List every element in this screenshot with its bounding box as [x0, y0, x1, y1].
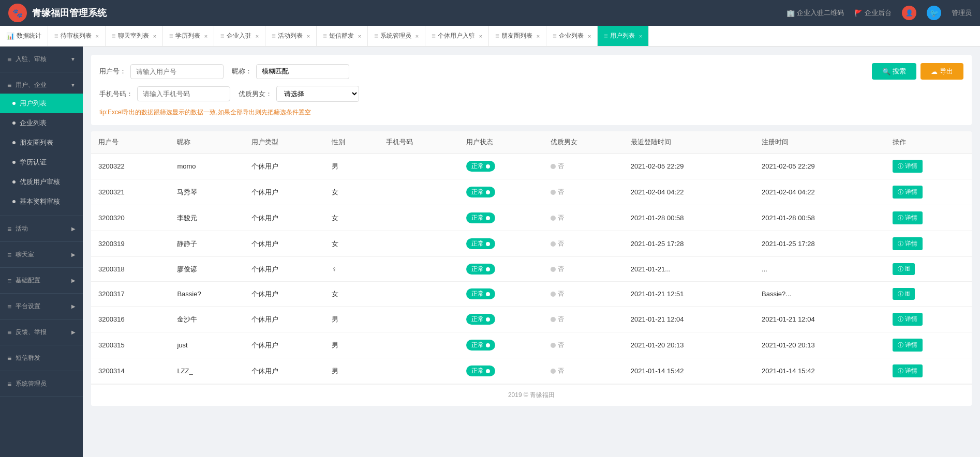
cell-user-id: 3200320: [91, 205, 170, 231]
action-button[interactable]: ⓘ 详情: [893, 313, 923, 326]
tab-enterprise-list[interactable]: ≡ 企业列表 ×: [546, 26, 598, 47]
form-item-phone: 手机号码：: [99, 86, 230, 101]
sidebar-group-chat[interactable]: ≡ 聊天室 ▶: [0, 246, 83, 263]
cell-gender: ♀: [324, 257, 379, 282]
sidebar-group-sysadmin[interactable]: ≡ 系统管理员: [0, 375, 83, 392]
tab-close-ent-entry[interactable]: ×: [256, 33, 259, 39]
export-button[interactable]: ☁ 导出: [920, 63, 963, 80]
quality-toggle[interactable]: 否: [551, 265, 564, 273]
status-badge[interactable]: 正常: [466, 212, 495, 223]
manager-label: 管理员: [952, 8, 972, 18]
status-dot: [486, 343, 490, 347]
tab-icon-sms: ≡: [323, 32, 327, 40]
tab-close-chat[interactable]: ×: [153, 33, 156, 39]
tab-close-pending[interactable]: ×: [96, 33, 99, 39]
tab-close-user-list[interactable]: ×: [639, 33, 642, 39]
sidebar-group-activity[interactable]: ≡ 活动 ▶: [0, 220, 83, 237]
tab-icon-sys: ≡: [374, 32, 378, 40]
sidebar-item-enterprise-list[interactable]: 企业列表: [0, 113, 83, 133]
header-actions: 🏢 企业入驻二维码 🚩 企业后台 👤 🐦 管理员: [786, 6, 972, 20]
phone-input[interactable]: [137, 86, 230, 101]
nickname-input[interactable]: [256, 64, 349, 79]
sidebar-group-basic-config[interactable]: ≡ 基础配置 ▶: [0, 272, 83, 289]
table-row: 3200319 静静子 个休用户 女 正常 否 2021-01-25 17:28…: [91, 231, 972, 257]
quality-toggle[interactable]: 否: [551, 162, 564, 171]
enterprise-qr-link[interactable]: 🏢 企业入驻二维码: [786, 8, 844, 18]
cell-user-id: 3200315: [91, 332, 170, 358]
status-badge[interactable]: 正常: [466, 264, 495, 275]
status-badge[interactable]: 正常: [466, 161, 495, 172]
cell-phone: [379, 154, 459, 179]
tab-education[interactable]: ≡ 学历列表 ×: [163, 26, 214, 47]
cell-user-id: 3200317: [91, 282, 170, 307]
cell-nickname: 李骏元: [170, 205, 244, 231]
quality-toggle[interactable]: 否: [551, 290, 564, 298]
status-badge[interactable]: 正常: [466, 365, 495, 376]
sidebar-group-user[interactable]: ≡ 用户、企业 ▼: [0, 77, 83, 94]
tab-activity[interactable]: ≡ 活动列表 ×: [265, 26, 317, 47]
tab-close-ent-list[interactable]: ×: [588, 33, 591, 39]
tab-close-sys[interactable]: ×: [415, 33, 419, 39]
quality-toggle[interactable]: 否: [551, 188, 564, 196]
action-button[interactable]: ⓘ 详情: [893, 186, 923, 199]
sidebar-item-quality-review[interactable]: 优质用户审核: [0, 172, 83, 192]
quality-toggle[interactable]: 否: [551, 315, 564, 324]
status-dot: [486, 317, 490, 322]
status-badge[interactable]: 正常: [466, 340, 495, 351]
quality-toggle[interactable]: 否: [551, 214, 564, 222]
user-no-input[interactable]: [130, 64, 224, 79]
cell-nickname: Bassie?: [170, 282, 244, 307]
tab-close-activity[interactable]: ×: [307, 33, 310, 39]
action-button[interactable]: ⓘ 详情: [893, 364, 923, 377]
action-button[interactable]: ⓘ 详情: [893, 211, 923, 224]
tab-user-list[interactable]: ≡ 用户列表 ×: [598, 26, 649, 47]
quality-toggle[interactable]: 否: [551, 239, 564, 248]
tab-data-stats[interactable]: 📊 数据统计: [0, 26, 48, 47]
action-button[interactable]: ⓘ iti: [893, 288, 915, 300]
enterprise-backend-link[interactable]: 🚩 企业后台: [854, 8, 892, 18]
sidebar-group-feedback[interactable]: ≡ 反馈、举报 ▶: [0, 324, 83, 341]
quality-select[interactable]: 请选择 是 否: [276, 86, 359, 102]
toggle-circle: [551, 216, 556, 221]
table-row: 3200320 李骏元 个休用户 女 正常 否 2021-01-28 00:58…: [91, 205, 972, 231]
status-badge[interactable]: 正常: [466, 187, 495, 197]
status-badge[interactable]: 正常: [466, 288, 495, 299]
action-button[interactable]: ⓘ 详情: [893, 237, 923, 250]
sidebar-item-moments-list[interactable]: 朋友圈列表: [0, 133, 83, 153]
search-button[interactable]: 🔍 搜索: [872, 63, 916, 80]
tab-close-edu[interactable]: ×: [204, 33, 207, 39]
table-body: 3200322 momo 个休用户 男 正常 否 2021-02-05 22:2…: [91, 154, 972, 384]
user-avatar[interactable]: 👤: [902, 6, 916, 20]
tab-pending-review[interactable]: ≡ 待审核列表 ×: [48, 26, 106, 47]
sidebar-group-sms[interactable]: ≡ 短信群发: [0, 349, 83, 367]
action-button[interactable]: ⓘ 详情: [893, 339, 923, 352]
tab-close-personal[interactable]: ×: [479, 33, 482, 39]
sidebar-group-platform[interactable]: ≡ 平台设置 ▶: [0, 298, 83, 315]
sidebar-item-education-cert[interactable]: 学历认证: [0, 153, 83, 172]
sidebar-group-admission[interactable]: ≡ 入驻、审核 ▼: [0, 51, 83, 68]
tab-sms[interactable]: ≡ 短信群发 ×: [317, 26, 368, 47]
tab-icon-edu: ≡: [169, 32, 173, 40]
content-area: 用户号： 昵称： 🔍 搜索 ☁ 导出: [83, 47, 980, 457]
tab-moments[interactable]: ≡ 朋友圈列表 ×: [489, 26, 546, 47]
tab-close-moments[interactable]: ×: [537, 33, 540, 39]
status-badge[interactable]: 正常: [466, 314, 495, 325]
tab-personal-entry[interactable]: ≡ 个体用户入驻 ×: [425, 26, 489, 47]
sidebar-item-basic-data-review[interactable]: 基本资料审核: [0, 192, 83, 211]
form-row-2: 手机号码： 优质男女： 请选择 是 否: [99, 86, 963, 102]
status-badge[interactable]: 正常: [466, 238, 495, 249]
tab-chat-room[interactable]: ≡ 聊天室列表 ×: [106, 26, 163, 47]
tab-sys-manager[interactable]: ≡ 系统管理员 ×: [368, 26, 425, 47]
app-title: 青缘福田管理系统: [32, 7, 786, 19]
action-button[interactable]: ⓘ 详情: [893, 160, 923, 173]
quality-toggle[interactable]: 否: [551, 367, 564, 375]
chevron-icon-basic-config: ▶: [71, 278, 76, 283]
quality-toggle[interactable]: 否: [551, 341, 564, 349]
menu-icon-feedback: ≡: [7, 328, 11, 337]
sidebar-item-user-list[interactable]: 用户列表: [0, 94, 83, 113]
action-button[interactable]: ⓘ iti: [893, 263, 915, 275]
cell-user-type: 个休用户: [244, 282, 324, 307]
tab-close-sms[interactable]: ×: [358, 33, 361, 39]
tab-enterprise-entry[interactable]: ≡ 企业入驻 ×: [214, 26, 265, 47]
cell-last-login: 2021-01-20 20:13: [623, 332, 754, 358]
